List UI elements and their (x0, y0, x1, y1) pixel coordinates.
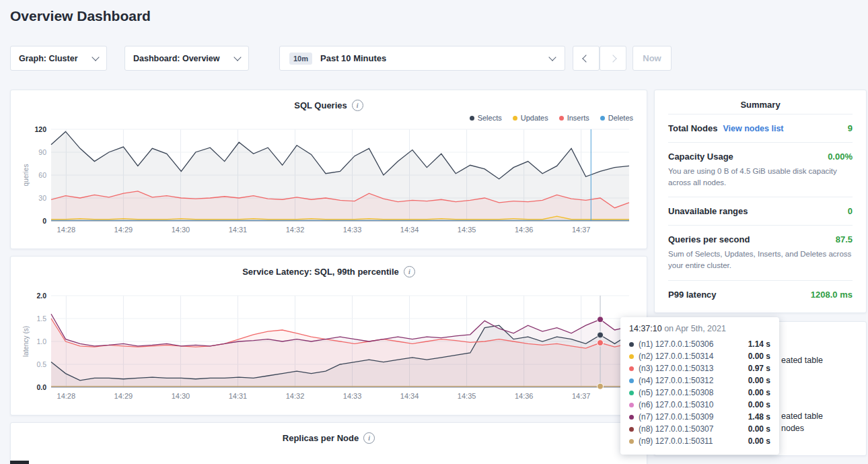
svg-text:14:32: 14:32 (286, 226, 305, 234)
svg-text:1.0: 1.0 (36, 337, 46, 345)
svg-text:14:28: 14:28 (57, 392, 76, 400)
legend-dot (600, 116, 605, 121)
dashboard-dropdown[interactable]: Dashboard: Overview (124, 46, 249, 71)
svg-text:14:32: 14:32 (286, 392, 305, 400)
svg-text:30: 30 (38, 194, 46, 202)
time-range-picker[interactable]: 10m Past 10 Minutes (279, 46, 565, 71)
summary-item-total-nodes: Total Nodes View nodes list 9 (668, 114, 853, 142)
tooltip-timestamp: 14:37:10 on Apr 5th, 2021 (629, 324, 770, 333)
svg-text:14:37: 14:37 (572, 392, 591, 400)
capacity-usage-label: Capacity Usage (668, 152, 733, 162)
sql-queries-panel: SQL Queries i Selects Updates Inserts (10, 90, 647, 249)
time-range-badge: 10m (289, 53, 312, 65)
legend-item-deletes[interactable]: Deletes (600, 114, 633, 122)
chart-legend: Selects Updates Inserts Deletes (20, 112, 637, 124)
svg-text:14:36: 14:36 (515, 392, 534, 400)
partial-chart-element (10, 461, 29, 464)
svg-text:14:34: 14:34 (400, 392, 419, 400)
chevron-right-icon (609, 55, 616, 62)
unavailable-ranges-value: 0 (848, 206, 853, 216)
svg-text:120: 120 (34, 125, 46, 133)
legend-dot (470, 116, 474, 121)
replicas-per-node-title: Replicas per Node i (20, 431, 637, 444)
svg-text:14:36: 14:36 (515, 226, 534, 234)
svg-text:14:35: 14:35 (458, 226, 476, 234)
view-nodes-list-link[interactable]: View nodes list (723, 124, 783, 133)
event-item: nodes (781, 424, 804, 433)
svg-text:0.5: 0.5 (36, 360, 46, 368)
svg-text:14:33: 14:33 (343, 226, 362, 234)
graph-dropdown-label: Graph: Cluster (19, 54, 78, 63)
chevron-down-icon (92, 53, 99, 61)
svg-text:90: 90 (38, 148, 46, 156)
time-prev-button[interactable] (573, 46, 600, 71)
legend-item-inserts[interactable]: Inserts (559, 114, 589, 122)
queries-per-second-value: 87.5 (836, 234, 853, 244)
summary-item-queries-per-second: Queries per second 87.5 Sum of Selects, … (668, 225, 853, 279)
svg-text:14:30: 14:30 (172, 392, 190, 400)
tooltip-row: (n8) 127.0.0.1:503070.00 s (629, 423, 770, 435)
capacity-usage-value: 0.00% (828, 152, 853, 162)
overview-dashboard-page: Overview Dashboard Graph: Cluster Dashbo… (0, 0, 868, 464)
queries-per-second-label: Queries per second (668, 234, 750, 244)
event-item: eated table (781, 356, 823, 365)
info-icon[interactable]: i (404, 266, 415, 277)
info-icon[interactable]: i (352, 100, 363, 111)
node-color-dot (629, 427, 634, 432)
service-latency-chart[interactable]: 14:2814:2914:3014:3114:3214:3314:3414:35… (20, 290, 639, 405)
page-title: Overview Dashboard (10, 8, 151, 24)
svg-text:14:29: 14:29 (114, 226, 133, 234)
svg-text:14:31: 14:31 (229, 226, 248, 234)
total-nodes-value: 9 (848, 123, 853, 133)
svg-text:1.5: 1.5 (36, 314, 46, 323)
svg-text:0.0: 0.0 (36, 383, 46, 391)
svg-text:60: 60 (38, 171, 46, 179)
svg-text:14:37: 14:37 (572, 226, 591, 234)
graph-dropdown[interactable]: Graph: Cluster (10, 46, 107, 71)
unavailable-ranges-label: Unavailable ranges (668, 206, 748, 216)
chart-tooltip: 14:37:10 on Apr 5th, 2021 (n1) 127.0.0.1… (620, 317, 779, 455)
legend-item-updates[interactable]: Updates (513, 114, 548, 122)
node-color-dot (629, 378, 634, 383)
chevron-down-icon (233, 53, 241, 61)
queries-per-second-caption: Sum of Selects, Updates, Inserts, and De… (668, 248, 853, 271)
svg-text:14:30: 14:30 (172, 226, 190, 234)
node-color-dot (629, 391, 634, 395)
total-nodes-label: Total Nodes (668, 123, 717, 133)
node-color-dot (629, 439, 634, 444)
summary-item-unavailable-ranges: Unavailable ranges 0 (668, 197, 853, 225)
tooltip-row: (n4) 127.0.0.1:503120.00 s (629, 374, 770, 387)
time-next-button[interactable] (600, 46, 626, 71)
svg-text:14:33: 14:33 (343, 392, 362, 400)
chevron-down-icon (548, 53, 556, 61)
now-button[interactable]: Now (632, 46, 672, 71)
p99-latency-label: P99 latency (668, 290, 717, 300)
tooltip-row: (n1) 127.0.0.1:503061.14 s (629, 338, 770, 350)
tooltip-row: (n7) 127.0.0.1:503091.48 s (629, 411, 770, 423)
tooltip-row: (n9) 127.0.0.1:503110.00 s (629, 435, 770, 447)
svg-text:14:28: 14:28 (57, 226, 76, 234)
charts-column: SQL Queries i Selects Updates Inserts (10, 90, 647, 464)
svg-text:2.0: 2.0 (36, 292, 46, 300)
p99-latency-value: 1208.0 ms (811, 290, 853, 300)
service-latency-title: Service Latency: SQL, 99th percentile i (20, 265, 637, 278)
sql-queries-title: SQL Queries i (20, 98, 637, 112)
capacity-usage-caption: You are using 0 B of 4.5 GiB usable disk… (668, 166, 853, 188)
summary-title: Summary (668, 100, 853, 110)
node-color-dot (629, 342, 634, 347)
legend-item-selects[interactable]: Selects (470, 114, 502, 122)
svg-text:latency (s): latency (s) (22, 326, 30, 357)
tooltip-row: (n5) 127.0.0.1:503080.00 s (629, 387, 770, 399)
summary-panel: Summary Total Nodes View nodes list 9 Ca… (654, 90, 867, 313)
summary-item-p99-latency: P99 latency 1208.0 ms (668, 280, 853, 308)
tooltip-row: (n6) 127.0.0.1:503100.00 s (629, 399, 770, 411)
svg-text:14:34: 14:34 (400, 226, 419, 234)
tooltip-row: (n2) 127.0.0.1:503140.00 s (629, 350, 770, 362)
chevron-left-icon (582, 55, 589, 62)
dashboard-dropdown-label: Dashboard: Overview (133, 54, 220, 63)
svg-text:14:35: 14:35 (458, 392, 476, 400)
replicas-per-node-panel: Replicas per Node i (10, 422, 647, 464)
info-icon[interactable]: i (363, 432, 375, 444)
sql-queries-chart[interactable]: 14:2814:2914:3014:3114:3214:3314:3414:35… (20, 124, 639, 238)
node-color-dot (629, 415, 634, 420)
